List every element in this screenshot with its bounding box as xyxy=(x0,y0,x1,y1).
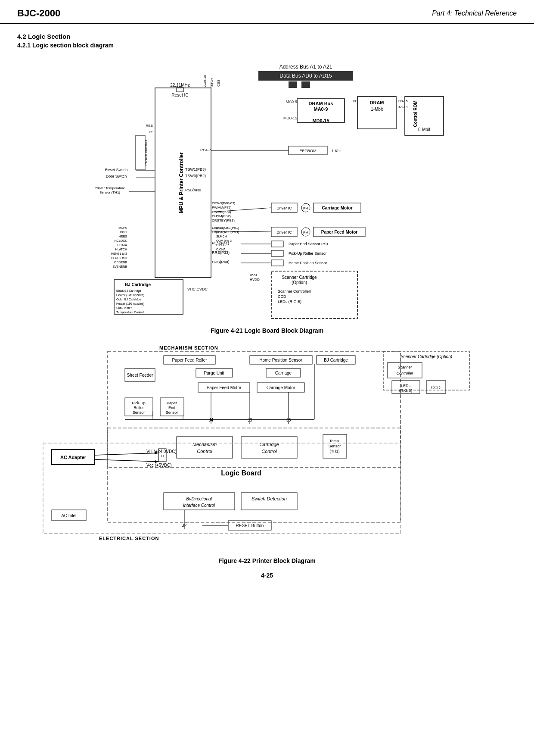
rom-label: Control ROM xyxy=(413,100,418,127)
crstby-pin: CRSTBY(PB3) xyxy=(212,219,235,222)
eeprom-size: 1 Kbit xyxy=(332,149,342,153)
hvdd-label: HVDD xyxy=(250,278,260,281)
henb0-pin: HENB0 to 3 xyxy=(111,256,127,259)
paper-end-sensor-label4: Sensor xyxy=(166,410,178,415)
hclock-pin: HCLOCK xyxy=(115,239,127,242)
cartridge-ctrl-box xyxy=(241,437,297,458)
home-pos-sensor-label2: Home Position Sensor xyxy=(259,358,302,362)
scanner-ctrl-label2: Scanner xyxy=(397,365,413,369)
figure-21-svg: Address Bus A1 to A21 Data Bus AD0 to AD… xyxy=(30,56,504,323)
rrs-pin: RRS(P33) xyxy=(212,250,230,255)
cartridge-ctrl-label: Cartridge xyxy=(259,442,279,447)
arrow-data xyxy=(301,81,310,88)
mch0-pin: MCH0 xyxy=(118,226,127,229)
mechanism-section-label: MECHANISM SECTION xyxy=(159,345,218,350)
rrs-sensor xyxy=(271,250,283,256)
bidir-if-label2: Interface Control xyxy=(183,503,215,508)
pm-paper-label: PM xyxy=(303,231,308,234)
res-pin: RES xyxy=(146,124,153,128)
pes-sensor xyxy=(271,241,283,247)
figure-22-caption: Figure 4-22 Printer Block Diagram xyxy=(17,557,517,564)
dram-label: DRAM xyxy=(370,100,384,105)
a0-18-pin: A0-18 xyxy=(398,105,408,109)
slmch-pin: SLMCH xyxy=(216,235,227,238)
product-title: BJC-2000 xyxy=(17,8,60,19)
t1-label: T1 xyxy=(160,454,165,458)
vhc-cvdc-label: VHC,CVDC xyxy=(187,287,208,291)
id01-pin: ID0.1 xyxy=(120,231,127,234)
dram-bus-title: DRAM Bus xyxy=(309,101,333,106)
scanner-cart-option-label: Scanner Cartridge (Option) xyxy=(400,354,452,359)
bj-cart-detail6: Temperature Control xyxy=(116,311,144,314)
paper-end-sensor-label2: Paper xyxy=(167,401,177,405)
c-cha-pin: C.CHA xyxy=(216,248,226,251)
hlatch-pin: HLATCH xyxy=(115,248,127,251)
switch-detection-box xyxy=(241,493,297,510)
scanner-option-label: (Option) xyxy=(292,280,307,285)
cartridge-ctrl-label2: Control xyxy=(261,449,277,454)
sheet-feeder-label: Sheet Feeder xyxy=(127,373,153,378)
md0-15-pin: MD0-15 xyxy=(283,116,297,120)
c-chb-pin: C.CHB xyxy=(216,244,226,247)
temp-sensor-label2: Sensor (TH1) xyxy=(99,191,120,194)
purge-unit-label: Purge Unit xyxy=(204,371,224,375)
carriage-motor-label: Carriage Motor xyxy=(322,206,352,210)
temp-sensor-box-label2: Sensor xyxy=(329,444,341,448)
figure-22-svg: MECHANISM SECTION Paper Feed Roller Home… xyxy=(30,342,504,553)
data-bus-label: Data Bus AD0 to AD15 xyxy=(279,73,332,79)
chsm-pin: CHSM(PB2) xyxy=(212,214,231,218)
mechanism-ctrl-label: Mechanism xyxy=(192,442,217,447)
tsw0-label: TSW0(PB2) xyxy=(185,174,206,178)
paper-end-sensor-label: Paper End Sensor PS1 xyxy=(289,242,329,246)
eeprom-label: EEPROM xyxy=(299,149,316,153)
hps-sensor xyxy=(271,260,283,266)
mpu-label: MPU & Printer Controller xyxy=(178,152,184,213)
cr0-3-pins: CR0-3(P60-63) xyxy=(212,201,236,205)
tsw1-label: TSW1(PB3) xyxy=(185,167,206,172)
ac-vcc-line xyxy=(95,459,158,462)
ad0-15-label: AD0-15 xyxy=(203,75,207,87)
paper-feed-motor-label: Paper Feed Motor xyxy=(321,230,358,234)
driver-ic-paper-label: Driver IC xyxy=(276,230,292,234)
dram-size: 1-Mbit xyxy=(371,107,383,112)
driver-ic-carriage-label: Driver IC xyxy=(276,206,292,210)
leds-label: LEDs (R,G,B) xyxy=(278,300,301,304)
ccd-label: CCD xyxy=(278,294,286,299)
bj-cartridge-title: BJ Cartridge xyxy=(125,282,151,287)
hres-pin: HRES xyxy=(119,235,127,238)
arrow-addr xyxy=(289,81,297,88)
com0-3-pin: COM 0 to 3 xyxy=(216,239,232,242)
oddenb-pin: ODDENB xyxy=(114,261,127,264)
scanner-ctrl-label3: Controller xyxy=(396,371,413,375)
bj-cart-detail4: Heater (196 nozzles) xyxy=(116,302,144,306)
pwmm-pin: PWMM(P72) xyxy=(212,206,232,209)
ce-pin: CE xyxy=(353,99,357,103)
leds-label2: LEDs xyxy=(401,384,411,388)
leds-rgbval: (R,G,B) xyxy=(399,388,413,393)
temp-sensor-box-label: Temp. xyxy=(329,439,340,443)
section-title-header: Part 4: Technical Reference xyxy=(432,9,517,17)
bj-cart-detail3: Color BJ Cartridge xyxy=(116,298,141,301)
logic-board-label: Logic Board xyxy=(221,469,261,477)
ccd-label2: CCD xyxy=(431,385,441,390)
md0-15-label: MD0-15 xyxy=(312,118,329,123)
reset-ic-label: Reset IC xyxy=(172,93,189,97)
paper-feed-motor-mech-label: Paper Feed Motor xyxy=(207,385,242,390)
temp-sensor-box-label3: (TH1) xyxy=(330,449,340,453)
hdata-pin: HDATA xyxy=(117,244,127,247)
door-switch-label: Door Switch xyxy=(106,174,127,178)
switch-detection-label: Switch Detection xyxy=(251,496,287,501)
ac-adapter-label: AC Adapter xyxy=(60,455,87,460)
address-bus-label: Address Bus A1 to A21 xyxy=(279,64,332,70)
pickup-roller-sensor-label2: Roller xyxy=(134,406,144,410)
electrical-section-label: ELECTRICAL SECTION xyxy=(99,536,159,541)
hps-pin: HPS(P40) xyxy=(212,260,230,264)
bj-cart-mech-label: BJ Cartridge xyxy=(324,358,348,362)
temp-sensor-label: Printer Temperature xyxy=(95,186,125,190)
xt-pin: XT xyxy=(149,130,153,134)
ac-vh-line xyxy=(95,453,158,455)
hvh-label: HVH xyxy=(250,273,257,277)
do-15-pin: D0-15 xyxy=(398,99,408,103)
home-pos-sensor-label: Home Position Sensor xyxy=(289,261,327,265)
reset-button-label: RESET Button xyxy=(236,523,264,528)
